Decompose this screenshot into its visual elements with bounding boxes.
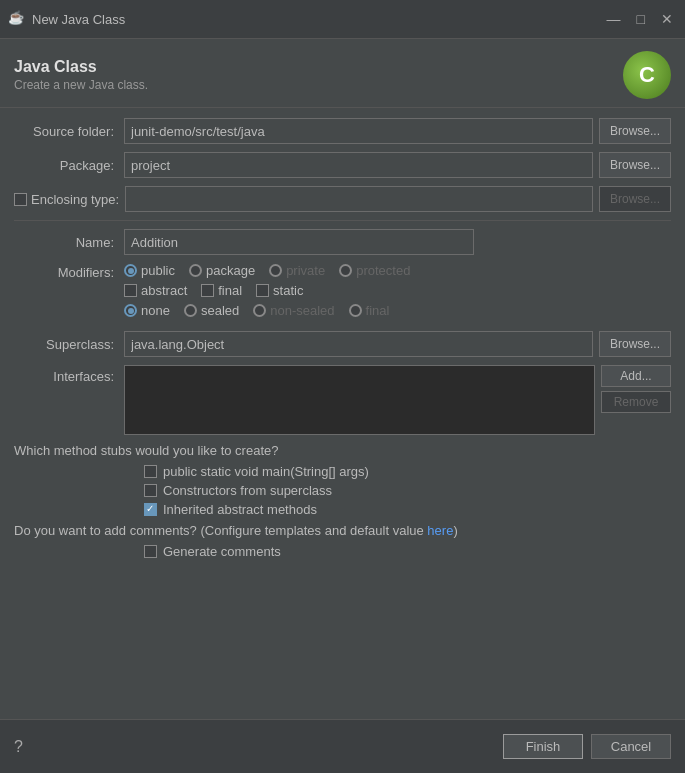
stubs-section: Which method stubs would you like to cre… [14, 443, 671, 517]
close-button[interactable]: ✕ [657, 11, 677, 27]
title-bar-left: ☕ New Java Class [8, 10, 125, 28]
modifier-private: private [269, 263, 325, 278]
source-folder-input[interactable] [124, 118, 593, 144]
stub-constructors-checkbox[interactable] [144, 484, 157, 497]
generate-comments: Generate comments [144, 544, 671, 559]
finish-button[interactable]: Finish [503, 734, 583, 759]
package-row: Package: Browse... [14, 152, 671, 178]
enclosing-type-label: Enclosing type: [31, 192, 119, 207]
source-folder-label: Source folder: [14, 124, 124, 139]
name-label: Name: [14, 235, 124, 250]
stub-constructors: Constructors from superclass [144, 483, 671, 498]
enclosing-type-checkbox[interactable] [14, 193, 27, 206]
comments-question: Do you want to add comments? (Configure … [14, 523, 671, 538]
header-subtitle: Create a new Java class. [14, 78, 148, 92]
header-title: Java Class [14, 58, 148, 76]
superclass-label: Superclass: [14, 337, 124, 352]
name-row: Name: [14, 229, 671, 255]
modifier-static[interactable]: static [256, 283, 303, 298]
minimize-button[interactable]: — [603, 11, 625, 27]
package-browse-button[interactable]: Browse... [599, 152, 671, 178]
modifier-final2: final [349, 303, 390, 318]
stub-inherited-label: Inherited abstract methods [163, 502, 317, 517]
comments-items: Generate comments [14, 544, 671, 559]
content-area: Source folder: Browse... Package: Browse… [0, 108, 685, 719]
modifier-none[interactable]: none [124, 303, 170, 318]
add-interface-button[interactable]: Add... [601, 365, 671, 387]
comments-question-end: ) [453, 523, 457, 538]
interfaces-list [124, 365, 595, 435]
source-folder-row: Source folder: Browse... [14, 118, 671, 144]
enclosing-type-browse-button[interactable]: Browse... [599, 186, 671, 212]
modifiers-row-1: public package private protected [124, 263, 671, 278]
stub-main: public static void main(String[] args) [144, 464, 671, 479]
enclosing-type-row: Enclosing type: Browse... [14, 186, 671, 212]
enclosing-type-input[interactable] [125, 186, 593, 212]
interfaces-row: Interfaces: Add... Remove [14, 365, 671, 435]
stub-inherited: Inherited abstract methods [144, 502, 671, 517]
stubs-question: Which method stubs would you like to cre… [14, 443, 671, 458]
help-button[interactable]: ? [14, 738, 23, 756]
title-bar-title: New Java Class [32, 12, 125, 27]
superclass-row: Superclass: Browse... [14, 331, 671, 357]
package-input[interactable] [124, 152, 593, 178]
interfaces-label: Interfaces: [14, 365, 124, 384]
superclass-input[interactable] [124, 331, 593, 357]
interfaces-area: Add... Remove [124, 365, 671, 435]
title-bar: ☕ New Java Class — □ ✕ [0, 0, 685, 39]
header-logo: C [623, 51, 671, 99]
maximize-button[interactable]: □ [633, 11, 649, 27]
stub-main-label: public static void main(String[] args) [163, 464, 369, 479]
header-text: Java Class Create a new Java class. [14, 58, 148, 92]
modifier-abstract[interactable]: abstract [124, 283, 187, 298]
comments-section: Do you want to add comments? (Configure … [14, 523, 671, 559]
java-icon: ☕ [8, 10, 26, 28]
modifiers-section: Modifiers: public package private [14, 263, 671, 323]
footer-buttons: Finish Cancel [503, 734, 671, 759]
package-label: Package: [14, 158, 124, 173]
title-bar-controls: — □ ✕ [603, 11, 677, 27]
separator [14, 220, 671, 221]
modifier-public[interactable]: public [124, 263, 175, 278]
name-input[interactable] [124, 229, 474, 255]
modifier-protected: protected [339, 263, 410, 278]
generate-comments-label: Generate comments [163, 544, 281, 559]
comments-question-text: Do you want to add comments? (Configure … [14, 523, 427, 538]
modifiers-row-3: none sealed non-sealed final [124, 303, 671, 318]
remove-interface-button[interactable]: Remove [601, 391, 671, 413]
modifier-non-sealed: non-sealed [253, 303, 334, 318]
generate-comments-checkbox[interactable] [144, 545, 157, 558]
modifier-final[interactable]: final [201, 283, 242, 298]
stubs-items: public static void main(String[] args) C… [14, 464, 671, 517]
interfaces-buttons: Add... Remove [601, 365, 671, 435]
stub-inherited-checkbox[interactable] [144, 503, 157, 516]
modifier-sealed[interactable]: sealed [184, 303, 239, 318]
superclass-browse-button[interactable]: Browse... [599, 331, 671, 357]
modifier-package[interactable]: package [189, 263, 255, 278]
dialog-body: Java Class Create a new Java class. C So… [0, 39, 685, 773]
modifiers-row-2: abstract final static [124, 283, 671, 298]
modifiers-content: public package private protected [124, 263, 671, 323]
source-folder-browse-button[interactable]: Browse... [599, 118, 671, 144]
stub-constructors-label: Constructors from superclass [163, 483, 332, 498]
modifiers-label: Modifiers: [14, 263, 124, 280]
cancel-button[interactable]: Cancel [591, 734, 671, 759]
stub-main-checkbox[interactable] [144, 465, 157, 478]
interfaces-content: Add... Remove [124, 365, 671, 435]
comments-link[interactable]: here [427, 523, 453, 538]
footer: ? Finish Cancel [0, 719, 685, 773]
header-section: Java Class Create a new Java class. C [0, 39, 685, 108]
